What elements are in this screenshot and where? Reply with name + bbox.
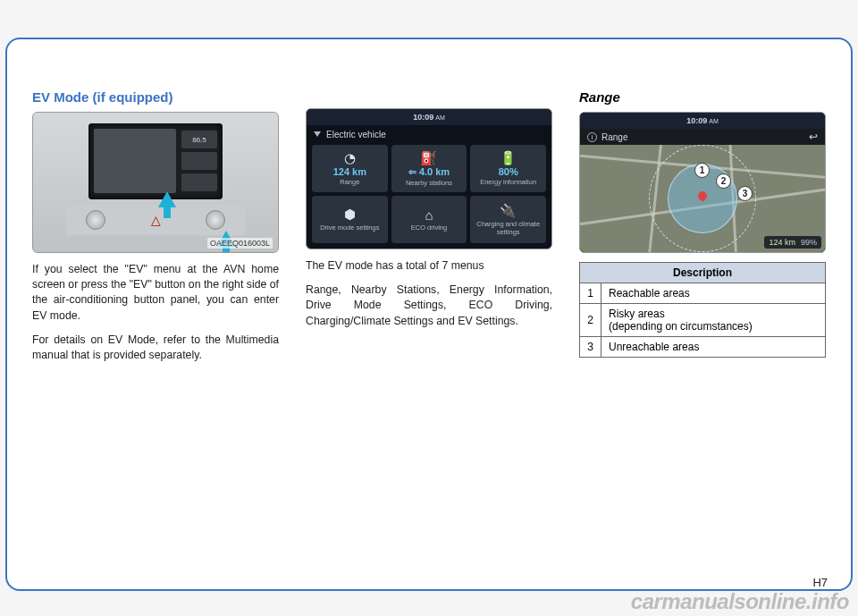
paragraph: For details on EV Mode, refer to the Mul… bbox=[32, 333, 279, 363]
eco-icon: ⌂ bbox=[425, 207, 433, 223]
tile-label: Charging and climate settings bbox=[470, 221, 546, 236]
callout-badge-2: 2 bbox=[716, 173, 731, 189]
clock-suffix: AM bbox=[709, 118, 719, 124]
row-desc: Reachable areas bbox=[601, 283, 826, 304]
paragraph: Range, Nearby Stations, Energy Informati… bbox=[306, 283, 552, 329]
tile-label: Range bbox=[340, 179, 359, 186]
tile-value: 124 km bbox=[333, 166, 366, 177]
plug-icon: 🔌 bbox=[500, 203, 517, 219]
knob-right bbox=[206, 210, 225, 230]
tile-eco: ⌂ ECO driving bbox=[391, 196, 467, 243]
status-bar: 10:09 AM bbox=[307, 109, 551, 125]
fuel-icon: ⛽ bbox=[420, 150, 437, 166]
tile-label: Drive mode settings bbox=[320, 224, 379, 232]
page-number: H7 bbox=[812, 576, 828, 589]
tile-charging: 🔌 Charging and climate settings bbox=[470, 196, 546, 243]
figure-dashboard: 86.5 △ OAEEQ016003L bbox=[32, 112, 279, 253]
drive-icon: ⬢ bbox=[344, 207, 356, 223]
tile-value: 80% bbox=[499, 166, 518, 177]
column-right: Range 10:09 AM i Range ↩ bbox=[579, 89, 826, 372]
clock-time: 10:09 bbox=[413, 113, 433, 122]
ev-tile-grid: ◔ 124 km Range ⛽ ⇐ 4.0 km Nearby station… bbox=[307, 143, 551, 249]
tile-drivemode: ⬢ Drive mode settings bbox=[312, 196, 388, 243]
clock-suffix: AM bbox=[435, 114, 445, 121]
tile-label: Energy information bbox=[480, 179, 536, 186]
screen-title-row: Electric vehicle bbox=[307, 125, 551, 143]
screen-title-row: i Range ↩ bbox=[580, 129, 825, 145]
page-frame: EV Mode (if equipped) 86.5 △ bbox=[5, 38, 853, 591]
column-middle: 10:09 AM Electric vehicle ◔ 124 km Range… bbox=[306, 89, 552, 372]
row-index: 3 bbox=[580, 337, 601, 358]
tile-label: ECO driving bbox=[411, 224, 447, 232]
tile-label: Nearby stations bbox=[406, 180, 452, 187]
nav-widget-radio: 86.5 bbox=[181, 131, 217, 148]
nav-widget-3 bbox=[181, 173, 217, 191]
heading-range: Range bbox=[579, 89, 826, 105]
row-index: 2 bbox=[580, 304, 601, 337]
row-desc: Unreachable areas bbox=[601, 337, 826, 358]
callout-badge-3: 3 bbox=[737, 186, 753, 201]
callout-arrow-icon bbox=[158, 191, 176, 207]
figure-code: OAEEQ016003L bbox=[207, 238, 273, 249]
map-info-badge: 124 km 99% bbox=[764, 236, 821, 249]
callout-badge-1: 1 bbox=[694, 163, 710, 178]
nav-widget-2 bbox=[181, 152, 217, 170]
figure-range-map: 10:09 AM i Range ↩ bbox=[579, 112, 826, 253]
table-header: Description bbox=[580, 263, 826, 283]
tile-range: ◔ 124 km Range bbox=[312, 145, 388, 192]
info-icon: i bbox=[587, 132, 597, 142]
paragraph: The EV mode has a total of 7 menus bbox=[306, 258, 552, 274]
knob-left bbox=[86, 210, 105, 230]
badge-range: 124 km bbox=[769, 238, 795, 247]
table-row: 1 Reachable areas bbox=[580, 283, 826, 304]
paragraph: If you select the "EV" menu at the AVN h… bbox=[32, 262, 279, 324]
table-row: 2 Risky areas (depending on circumstance… bbox=[580, 304, 826, 337]
gauge-icon: ◔ bbox=[344, 150, 356, 166]
table-row: 3 Unreachable areas bbox=[580, 337, 826, 358]
badge-battery: 99% bbox=[801, 238, 817, 247]
tile-nearby: ⛽ ⇐ 4.0 km Nearby stations bbox=[391, 145, 467, 192]
watermark: carmanualsonline.info bbox=[631, 589, 849, 614]
nav-screen: 86.5 bbox=[88, 123, 223, 199]
tile-value: ⇐ 4.0 km bbox=[408, 166, 450, 178]
heading-ev-mode: EV Mode (if equipped) bbox=[32, 89, 279, 105]
back-icon: ↩ bbox=[809, 131, 818, 143]
column-left: EV Mode (if equipped) 86.5 △ bbox=[32, 89, 279, 372]
status-bar: 10:09 AM bbox=[580, 113, 825, 129]
description-table: Description 1 Reachable areas 2 Risky ar… bbox=[579, 262, 826, 358]
nav-map bbox=[94, 129, 176, 193]
chevron-down-icon bbox=[314, 131, 321, 137]
range-map: 1 2 3 124 km 99% bbox=[580, 145, 825, 252]
row-index: 1 bbox=[580, 283, 601, 304]
screen-title: Electric vehicle bbox=[326, 130, 386, 139]
row-desc: Risky areas (depending on circumstances) bbox=[601, 304, 826, 337]
tile-energy: 🔋 80% Energy information bbox=[470, 145, 546, 192]
screen-title: Range bbox=[601, 132, 627, 142]
battery-icon: 🔋 bbox=[500, 150, 517, 166]
nav-widgets: 86.5 bbox=[181, 131, 217, 191]
figure-ev-menu: 10:09 AM Electric vehicle ◔ 124 km Range… bbox=[306, 108, 552, 249]
clock-time: 10:09 bbox=[686, 116, 707, 125]
